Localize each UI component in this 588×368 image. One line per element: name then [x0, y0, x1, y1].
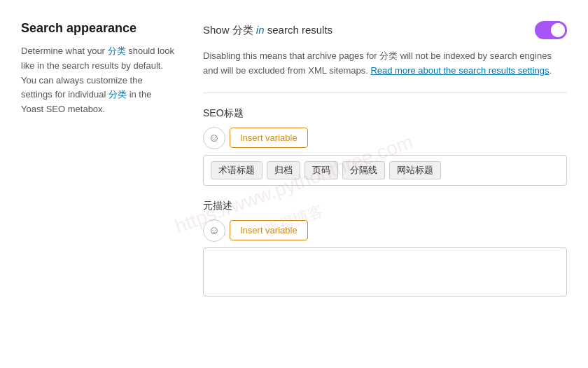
toggle-label: Show 分类 in search results — [203, 24, 332, 37]
tag-archive[interactable]: 归档 — [267, 161, 300, 179]
insert-variable-button[interactable]: Insert variable — [230, 128, 308, 148]
in-text: in — [256, 24, 265, 36]
seo-title-toolbar: ☺ Insert variable — [203, 127, 567, 149]
tag-term-title[interactable]: 术语标题 — [211, 161, 262, 179]
highlight-text: 分类 — [108, 46, 126, 56]
tag-separator[interactable]: 分隔线 — [342, 161, 385, 179]
section-divider — [203, 93, 567, 93]
right-column: Show 分类 in search results ✓ Disabling th… — [203, 21, 567, 297]
emoji-button[interactable]: ☺ — [203, 127, 225, 149]
meta-insert-variable-button[interactable]: Insert variable — [230, 220, 308, 240]
meta-emoji-button[interactable]: ☺ — [203, 219, 225, 242]
toggle-description: Disabling this means that archive pages … — [203, 49, 567, 79]
meta-description-section: 元描述 ☺ Insert variable — [203, 200, 567, 297]
section-title: Search appearance — [21, 21, 175, 36]
read-more-link[interactable]: Read more about the search results setti… — [370, 65, 549, 76]
meta-description-toolbar: ☺ Insert variable — [203, 219, 567, 242]
show-in-search-toggle[interactable]: ✓ — [535, 21, 567, 39]
show-in-search-row: Show 分类 in search results ✓ — [203, 21, 567, 39]
tag-page-number[interactable]: 页码 — [304, 161, 338, 179]
toggle-checkmark-icon: ✓ — [556, 25, 563, 33]
seo-title-tag-area[interactable]: 术语标题 归档 页码 分隔线 网站标题 — [203, 155, 567, 186]
section-description: Determine what your 分类 should look like … — [21, 44, 175, 117]
meta-description-textarea[interactable] — [203, 247, 567, 297]
meta-description-label: 元描述 — [203, 200, 567, 212]
tag-site-title[interactable]: 网站标题 — [389, 161, 441, 179]
left-column: Search appearance Determine what your 分类… — [21, 21, 175, 297]
highlight-text-2: 分类 — [108, 89, 127, 100]
seo-title-label: SEO标题 — [203, 107, 567, 120]
